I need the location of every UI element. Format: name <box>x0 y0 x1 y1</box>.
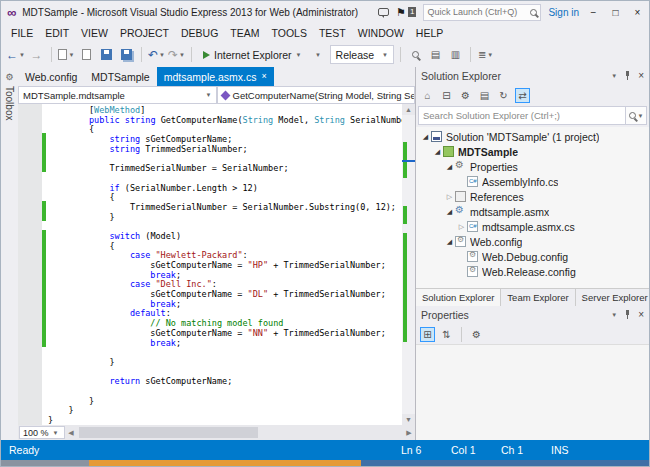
pin-icon[interactable] <box>623 71 632 81</box>
output-window-button[interactable]: ▤ <box>427 46 444 64</box>
debug-target-dropdown[interactable]: ▼ <box>310 46 327 64</box>
code-line-27[interactable]: } <box>48 358 402 368</box>
sync-with-active-document-icon[interactable]: ⇄ <box>515 88 530 103</box>
code-line-5[interactable]: string TrimmedSerialNumber; <box>48 145 402 155</box>
save-button[interactable] <box>98 46 115 64</box>
new-file-button[interactable]: ▼ <box>58 46 75 64</box>
menu-project[interactable]: PROJECT <box>114 25 175 41</box>
expanded-arrow-icon[interactable]: ◢ <box>420 133 431 140</box>
solution-explorer-header[interactable]: Solution Explorer ▼ × <box>416 67 649 85</box>
horizontal-scroll-track[interactable] <box>77 425 403 440</box>
menu-tools[interactable]: TOOLS <box>265 25 312 41</box>
menu-file[interactable]: FILE <box>5 25 39 41</box>
task-list-button[interactable]: ▥ <box>447 46 464 64</box>
zoom-dropdown[interactable]: 100 % ▼ <box>19 426 65 439</box>
windows-taskbar-sliver[interactable] <box>1 460 649 466</box>
editor-tab-mdtsample[interactable]: MDTSample <box>84 67 156 86</box>
more-tools-button[interactable]: ≣▼ <box>477 46 494 64</box>
tree-item-mdtsample.asmx[interactable]: ◢mdtsample.asmx <box>416 204 649 219</box>
menu-debug[interactable]: DEBUG <box>175 25 224 41</box>
navigate-forward-button[interactable]: → <box>28 46 45 64</box>
solution-configuration-dropdown[interactable]: Release ▼ <box>330 45 394 64</box>
expanded-arrow-icon[interactable]: ◢ <box>444 208 455 215</box>
tree-item-mdtsample.asmx.cs[interactable]: ▷mdtsample.asmx.cs <box>416 219 649 234</box>
close-icon[interactable]: × <box>638 310 644 320</box>
window-menu-chevron-icon[interactable]: ▼ <box>611 312 617 318</box>
tree-item-mdtsample[interactable]: ◢MDTSample <box>416 144 649 159</box>
tree-item-web.debug.config[interactable]: Web.Debug.config <box>416 249 649 264</box>
expanded-arrow-icon[interactable]: ◢ <box>432 148 443 155</box>
find-button[interactable] <box>407 46 424 64</box>
toolbox-tab[interactable]: ⚙ Toolbox <box>1 67 18 440</box>
code-line-32[interactable]: } <box>48 406 402 416</box>
window-menu-chevron-icon[interactable]: ▼ <box>611 73 617 79</box>
menu-edit[interactable]: EDIT <box>39 25 75 41</box>
start-debugging-button[interactable]: Internet Explorer ▼ <box>198 45 307 65</box>
scroll-up-arrow-icon[interactable]: ▲ <box>402 104 415 115</box>
member-dropdown[interactable]: GetComputerName(String Model, String Ser… <box>217 86 416 104</box>
categorized-icon[interactable]: ⊞ <box>420 327 435 342</box>
scroll-down-arrow-icon[interactable]: ▼ <box>402 414 415 425</box>
tool-tab-server-explorer[interactable]: Server Explorer <box>576 289 650 306</box>
horizontal-scroll-thumb[interactable] <box>79 427 258 438</box>
taskbar-segment[interactable] <box>89 460 361 466</box>
property-pages-icon[interactable]: ⚙ <box>469 327 484 342</box>
minimize-button[interactable]: − <box>586 7 601 18</box>
sign-in-link[interactable]: Sign in <box>548 7 579 18</box>
collapse-all-icon[interactable]: ⊟ <box>439 88 454 103</box>
close-icon[interactable]: × <box>638 71 644 81</box>
close-tab-icon[interactable]: × <box>261 72 266 81</box>
tool-tab-solution-explorer[interactable]: Solution Explorer <box>416 289 501 306</box>
code-line-30[interactable] <box>48 387 402 397</box>
code-line-29[interactable]: return sGetComputerName; <box>48 377 402 387</box>
tree-item-solution-mdtsample-1-project[interactable]: ◢Solution 'MDTSample' (1 project) <box>416 129 649 144</box>
notifications[interactable]: ⚑ 1 <box>396 7 416 18</box>
menu-team[interactable]: TEAM <box>224 25 265 41</box>
refresh-icon[interactable]: ↻ <box>496 88 511 103</box>
search-button[interactable]: ▼ <box>625 106 647 125</box>
collapsed-arrow-icon[interactable]: ▷ <box>456 223 467 230</box>
type-dropdown[interactable]: MDTSample.mdtsample ▼ <box>18 86 217 104</box>
code-line-25[interactable]: break; <box>48 339 402 349</box>
code-text-area[interactable]: [WebMethod] public string GetComputerNam… <box>48 104 402 425</box>
editor-tab-web.config[interactable]: Web.config <box>18 67 84 86</box>
tree-item-web.release.config[interactable]: Web.Release.config <box>416 264 649 279</box>
pin-icon[interactable] <box>623 310 632 320</box>
home-icon[interactable]: ⌂ <box>420 88 435 103</box>
tree-item-properties[interactable]: ◢Properties <box>416 159 649 174</box>
menu-window[interactable]: WINDOW <box>352 25 410 41</box>
quick-launch-input[interactable] <box>427 7 527 17</box>
menu-test[interactable]: TEST <box>313 25 352 41</box>
scroll-left-arrow-icon[interactable]: ◀ <box>65 429 77 437</box>
menu-help[interactable]: HELP <box>410 25 449 41</box>
collapsed-arrow-icon[interactable]: ▷ <box>444 193 455 200</box>
menu-view[interactable]: VIEW <box>75 25 114 41</box>
scroll-right-arrow-icon[interactable]: ▶ <box>403 429 415 437</box>
code-line-7[interactable]: TrimmedSerialNumber = SerialNumber; <box>48 164 402 174</box>
expanded-arrow-icon[interactable]: ◢ <box>444 238 455 245</box>
feedback-icon[interactable] <box>378 8 389 16</box>
code-line-2[interactable]: public string GetComputerName(String Mod… <box>48 116 402 126</box>
navigate-back-button[interactable]: ←▼ <box>6 46 25 64</box>
undo-button[interactable]: ↶▼ <box>148 46 165 64</box>
taskbar-segment[interactable] <box>1 460 89 466</box>
vertical-scroll-track[interactable] <box>402 115 415 414</box>
redo-button[interactable]: ↷▼ <box>168 46 185 64</box>
close-button[interactable]: × <box>630 7 645 18</box>
alphabetical-sort-icon[interactable]: ⇅ <box>439 327 454 342</box>
properties-wrench-icon[interactable]: ⚙ <box>458 88 473 103</box>
taskbar-segment[interactable] <box>361 460 649 466</box>
code-line-31[interactable]: } <box>48 397 402 407</box>
code-line-33[interactable]: } <box>48 416 402 425</box>
solution-search-input[interactable] <box>418 106 625 125</box>
show-all-files-icon[interactable]: ▤ <box>477 88 492 103</box>
code-line-12[interactable]: } <box>48 213 402 223</box>
tree-item-web.config[interactable]: ◢Web.config <box>416 234 649 249</box>
editor-tab-mdtsample.asmx.cs[interactable]: mdtsample.asmx.cs× <box>157 67 274 86</box>
vertical-scrollbar[interactable]: ▲ ▼ <box>402 104 415 425</box>
properties-header[interactable]: Properties ▼ × <box>416 306 649 324</box>
tool-tab-team-explorer[interactable]: Team Explorer <box>501 289 575 306</box>
open-file-button[interactable] <box>78 46 95 64</box>
maximize-button[interactable]: □ <box>608 7 623 18</box>
save-all-button[interactable] <box>118 46 135 64</box>
